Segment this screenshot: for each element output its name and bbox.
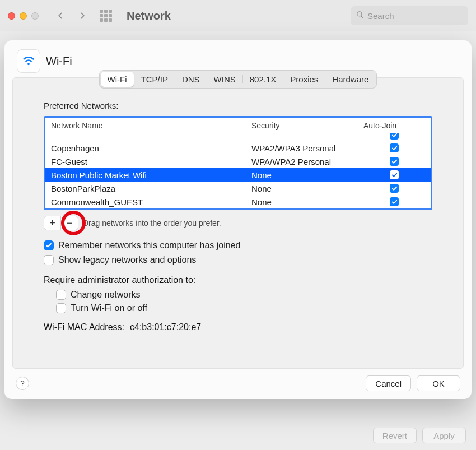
network-autojoin (363, 184, 425, 193)
forward-button[interactable] (74, 8, 91, 24)
mac-address-label: Wi-Fi MAC Address: (44, 322, 124, 332)
toggle-wifi-label: Turn Wi-Fi on or off (71, 303, 147, 313)
network-name: Copenhagen (51, 143, 251, 153)
show-all-icon[interactable] (100, 10, 112, 22)
tab-8021x[interactable]: 802.1X (243, 72, 283, 87)
minimize-window-button[interactable] (20, 12, 27, 20)
admin-auth-label: Require administrator authorization to: (44, 275, 432, 285)
change-networks-label: Change networks (71, 290, 141, 300)
table-row[interactable] (45, 133, 431, 141)
add-remove-control: + − (44, 216, 78, 230)
sheet-footer: ? Cancel OK (4, 369, 472, 399)
ok-button[interactable]: OK (417, 375, 460, 391)
window-toolbar: Network (0, 0, 476, 31)
add-network-button[interactable]: + (44, 216, 61, 230)
table-row[interactable]: Boston Public Market WifiNone (45, 168, 431, 182)
network-security: WPA/WPA2 Personal (251, 157, 363, 166)
settings-tabs: Wi-Fi TCP/IP DNS WINS 802.1X Proxies Har… (99, 70, 377, 89)
tab-dns[interactable]: DNS (175, 72, 207, 87)
autojoin-checkbox[interactable] (390, 170, 399, 179)
autojoin-checkbox[interactable] (390, 197, 399, 206)
toggle-wifi-checkbox[interactable] (56, 303, 66, 313)
tab-tcpip[interactable]: TCP/IP (134, 72, 175, 87)
tab-hardware[interactable]: Hardware (325, 72, 375, 87)
table-header: Network Name Security Auto-Join (45, 118, 431, 133)
col-security[interactable]: Security (251, 118, 363, 133)
autojoin-checkbox[interactable] (390, 133, 399, 140)
show-legacy-label: Show legacy networks and options (58, 255, 196, 265)
network-name: Boston Public Market Wifi (51, 170, 251, 180)
network-autojoin (363, 170, 425, 179)
remove-network-button[interactable]: − (61, 216, 78, 230)
change-networks-checkbox[interactable] (56, 290, 66, 300)
search-field[interactable] (351, 6, 468, 25)
wifi-advanced-sheet: Wi-Fi Wi-Fi TCP/IP DNS WINS 802.1X Proxi… (4, 40, 472, 399)
nav-arrows (52, 8, 91, 24)
col-autojoin[interactable]: Auto-Join (363, 118, 425, 133)
close-window-button[interactable] (8, 12, 15, 20)
revert-button[interactable]: Revert (373, 428, 417, 443)
mac-address-value: c4:b3:01:c7:20:e7 (130, 322, 201, 332)
wifi-icon (17, 49, 40, 73)
remember-networks-label: Remember networks this computer has join… (58, 240, 240, 250)
network-name: Commonwealth_GUEST (51, 197, 251, 207)
table-row[interactable]: CopenhagenWPA2/WPA3 Personal (45, 141, 431, 155)
table-row[interactable]: BostonParkPlazaNone (45, 182, 431, 195)
search-input[interactable] (367, 11, 463, 21)
network-security: None (251, 184, 363, 193)
network-security: WPA2/WPA3 Personal (251, 143, 363, 153)
page-footer: Revert Apply (373, 428, 466, 443)
network-security: None (251, 170, 363, 180)
network-name: FC-Guest (51, 157, 251, 166)
network-autojoin (363, 197, 425, 206)
autojoin-checkbox[interactable] (390, 184, 399, 193)
table-row[interactable]: FC-GuestWPA/WPA2 Personal (45, 155, 431, 168)
table-row[interactable]: Commonwealth_GUESTNone (45, 195, 431, 208)
network-name: BostonParkPlaza (51, 184, 251, 193)
help-button[interactable]: ? (16, 377, 29, 390)
drag-hint: Drag networks into the order you prefer. (83, 219, 221, 228)
network-security: None (251, 197, 363, 207)
window-title: Network (127, 10, 171, 22)
autojoin-checkbox[interactable] (390, 157, 399, 166)
network-autojoin (363, 157, 425, 166)
tab-proxies[interactable]: Proxies (283, 72, 325, 87)
remember-networks-checkbox[interactable] (44, 240, 54, 250)
autojoin-checkbox[interactable] (390, 143, 399, 152)
traffic-lights (8, 12, 39, 20)
back-button[interactable] (52, 8, 69, 24)
apply-button[interactable]: Apply (422, 428, 466, 443)
tab-wifi[interactable]: Wi-Fi (101, 72, 134, 87)
preferred-networks-label: Preferred Networks: (44, 101, 432, 110)
sheet-title: Wi-Fi (46, 55, 72, 68)
zoom-window-button[interactable] (31, 12, 39, 20)
search-icon (356, 11, 364, 21)
show-legacy-checkbox[interactable] (44, 255, 54, 265)
cancel-button[interactable]: Cancel (366, 375, 411, 391)
tab-wins[interactable]: WINS (207, 72, 242, 87)
sheet-body: Wi-Fi TCP/IP DNS WINS 802.1X Proxies Har… (12, 77, 464, 369)
network-autojoin (363, 143, 425, 152)
col-network-name[interactable]: Network Name (51, 118, 251, 133)
preferred-networks-table[interactable]: Network Name Security Auto-Join Copenhag… (44, 116, 432, 210)
